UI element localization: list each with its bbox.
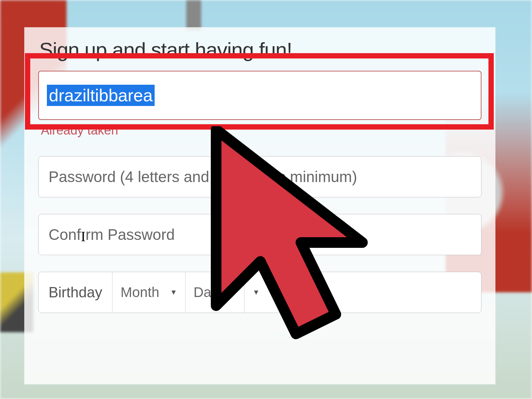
- username-input[interactable]: draziltibbarea: [38, 71, 481, 120]
- birthday-label: Birthday: [39, 272, 112, 313]
- password-placeholder: Password (4 letters and 2 numbers minimu…: [49, 168, 357, 186]
- form-title: Sign up and start having fun!: [24, 27, 495, 68]
- confirm-password-input[interactable]: ConfIrm Password: [38, 214, 481, 255]
- signup-panel: Sign up and start having fun! draziltibb…: [24, 27, 495, 384]
- day-select[interactable]: Day ▼: [186, 272, 244, 313]
- chevron-down-icon: ▼: [170, 288, 177, 297]
- day-label: Day: [194, 284, 218, 300]
- chevron-down-icon: ▼: [252, 288, 260, 297]
- month-label: Month: [120, 284, 159, 300]
- year-select[interactable]: ▼: [244, 272, 268, 313]
- text-cursor-icon: I: [81, 229, 85, 245]
- month-select[interactable]: Month ▼: [112, 272, 186, 313]
- birthday-row: Birthday Month ▼ Day ▼ ▼: [38, 272, 481, 313]
- username-selected-text: draziltibbarea: [47, 85, 155, 106]
- password-input[interactable]: Password (4 letters and 2 numbers minimu…: [38, 156, 481, 197]
- confirm-placeholder: ConfIrm Password: [49, 226, 175, 244]
- bg-tower: [186, 0, 201, 30]
- username-error: Already taken: [41, 123, 479, 140]
- chevron-down-icon: ▼: [229, 288, 236, 297]
